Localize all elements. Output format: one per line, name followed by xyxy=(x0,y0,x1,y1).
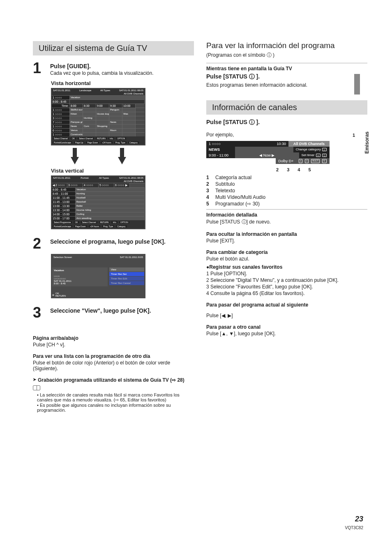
tvv-footer-item: Portrait/Landscape xyxy=(53,225,72,228)
det-h: Información detallada xyxy=(206,212,367,218)
tvv-prog: Vacation xyxy=(76,188,145,191)
tvh-cell xyxy=(96,129,109,132)
multi-av-icon: MULTI xyxy=(311,159,320,163)
tvh-t4: 10:00 xyxy=(122,104,136,108)
book-icon xyxy=(33,385,40,390)
selection-screen: Selection Screen SAT 01.01.2011 8:05 Vac… xyxy=(51,254,145,298)
tvh-row-ch: 1 ○○○○ xyxy=(52,112,70,116)
leg-n2: 2 xyxy=(206,181,212,187)
tvv-footer-item: Select Programme xyxy=(53,221,72,224)
tvv-ch0: ◀ 2 ○○○○ xyxy=(52,183,67,187)
tvh-cell: Construction xyxy=(70,133,83,136)
tvv-time: 11:45 - 13:00 xyxy=(52,200,76,204)
divider xyxy=(206,209,367,210)
prog-icon: ▭ xyxy=(316,154,321,157)
tvv-time: 13:00 - 13:30 xyxy=(52,204,76,208)
tvv-time: 15:00 - 17:00 xyxy=(52,217,76,220)
step-1: 1 Pulse [GUIDE]. Cada vez que lo pulsa, … xyxy=(33,60,194,77)
tvh-cell xyxy=(122,129,136,132)
step-2-number: 2 xyxy=(33,235,48,252)
tvv-prog: Curling xyxy=(76,212,145,216)
fav-4: 4 Consulte la página 65 (Editar los favo… xyxy=(206,290,367,296)
leg-n3: 3 xyxy=(206,188,212,194)
tvh-cell xyxy=(122,120,136,124)
tvv-time: 8:45 - 11:00 xyxy=(52,192,76,196)
tvh-cell xyxy=(83,108,96,112)
tvh-cell xyxy=(122,108,136,112)
tvh-cell xyxy=(83,129,96,132)
tvh-cell xyxy=(70,116,83,120)
page-number: 23 xyxy=(355,515,363,523)
tvh-top-ch: 1 ○○○○ xyxy=(52,96,70,99)
tv-guide-vertical: SAT.01.01.2011 Portrait All Types SAT.01… xyxy=(51,175,145,229)
cb-now: ◀ Now ▶ xyxy=(235,152,299,158)
tvv-prog: Hootball xyxy=(76,196,145,200)
step-1-heading: Pulse [GUIDE]. xyxy=(50,63,194,69)
side-tab-label: Emisoras xyxy=(364,131,370,154)
tvh-cell: Kitten xyxy=(70,112,83,116)
info-icon: ⓘ xyxy=(322,154,327,157)
tvh-t2: 9:00 xyxy=(96,104,109,108)
tvh-footer-item: RETURN xyxy=(96,137,107,140)
pulse-status-2: Pulse [STATUS ⓘ ]. xyxy=(206,119,367,126)
tvv-ch1: 3 ○○○○ xyxy=(67,183,83,187)
tvv-ch2: 4 ○○○○ xyxy=(83,183,99,187)
tvh-view: Landscape xyxy=(79,89,91,92)
tvv-view: Portrait xyxy=(81,177,88,179)
fav-3: 3 Seleccione "Favourites Edit", luego pu… xyxy=(206,284,367,290)
sel-timer-edit: Timer Rec Edit xyxy=(109,277,144,281)
tvv-prog: Baseball xyxy=(76,200,145,204)
tvh-cell: Hunting xyxy=(83,116,96,120)
cb-set-timer: Set timer ▭ ⓘ xyxy=(299,152,330,158)
notes-list: La selección de canales resulta más fáci… xyxy=(33,392,194,413)
cb-slot: 9:00 - 11:00 xyxy=(206,152,235,158)
pagina-h: Página arriba/abajo xyxy=(33,335,194,341)
blue-button-icon: ▭ xyxy=(322,148,327,151)
cb-time: 10:30 xyxy=(274,141,288,147)
tvh-row-ch: 1 ○○○○ xyxy=(52,108,70,112)
tvv-prog: Arm wrestling xyxy=(76,217,145,220)
para-ver-title: Para ver la información del programa xyxy=(206,41,367,50)
while-guide: Mientras tiene en pantalla la Guía TV xyxy=(206,66,367,71)
sel-timer-cancel: Timer Rec Cancel xyxy=(109,281,144,285)
tvh-footer-item: Select Channel xyxy=(53,137,69,140)
subtitle-icon: ⎚ xyxy=(299,159,302,163)
tvh-row-ch: 3 ○○○○ xyxy=(52,116,70,120)
tvh-types: All Types xyxy=(100,89,110,92)
step-1-number: 1 xyxy=(33,60,48,77)
teletext-icon: ≡ xyxy=(305,159,309,163)
tvh-cell xyxy=(96,116,109,120)
legend-list: 1Categoría actual 2Subtítulo 3Teletexto … xyxy=(206,175,367,207)
tvh-row-ch: 7 ○○○○ xyxy=(52,120,70,124)
leg-t5: Programador (⇨ 30) xyxy=(215,201,260,207)
right-column: Para ver la información del programa (Pr… xyxy=(206,41,367,413)
cb-prog: NEWS xyxy=(206,147,235,152)
tvh-cell xyxy=(122,133,136,136)
leg-n4: 4 xyxy=(206,194,212,200)
cb-dolby: Dolby D+ xyxy=(276,158,296,164)
ocultar-p: Pulse [EXIT]. xyxy=(206,238,367,244)
tvh-cell xyxy=(109,112,122,116)
note-2: Es posible que algunos canales no incluy… xyxy=(37,403,194,413)
callout-5: 5 xyxy=(308,167,311,172)
tvh-cell: News xyxy=(109,120,122,124)
tvv-footer-item: Page Down xyxy=(74,225,87,228)
tvv-footer-item: +24 hours xyxy=(89,225,100,228)
sel-left-box: Vacation ○○○○ ○○○○○○○○ SAT 01.01.2011 8:… xyxy=(52,267,108,286)
callout-1: 1 xyxy=(353,133,355,138)
tvh-cell xyxy=(96,133,109,136)
tvv-footer-item: Info xyxy=(111,221,117,224)
tvv-footer-item: OPTION xyxy=(119,221,129,224)
leg-t2: Subtítulo xyxy=(215,181,235,187)
leg-t1: Categoría actual xyxy=(215,175,251,180)
tvh-cell: Moon xyxy=(109,129,122,132)
tvh-cell xyxy=(109,124,122,128)
step-3: 3 Seleccione "View", luego pulse [OK]. xyxy=(33,304,194,321)
callout-2: 2 xyxy=(276,167,279,172)
tvh-footer-item: Select Channel xyxy=(78,137,94,140)
sel-view: View xyxy=(109,267,144,272)
tvh-cell xyxy=(109,116,122,120)
tvh-chlabel2: All DVB Channels xyxy=(124,92,143,95)
tvh-cell: Com xyxy=(83,124,96,128)
leg-t4: Multi Vídeo/Multi Audio xyxy=(215,194,265,200)
